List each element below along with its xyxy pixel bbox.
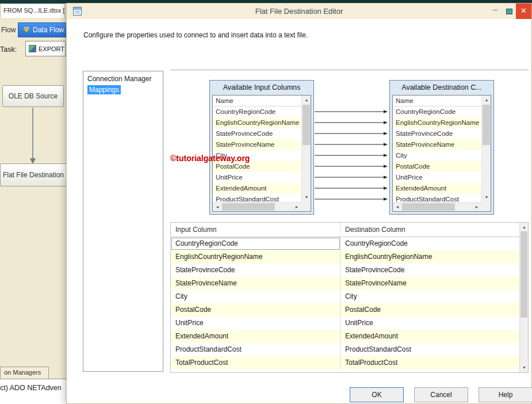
list-item[interactable]: UnitPrice bbox=[393, 172, 481, 183]
scroll-right-icon[interactable]: ► bbox=[472, 203, 481, 212]
available-destination-columns-list: Available Destination C... Name CountryR… bbox=[389, 80, 494, 215]
ole-db-source-component[interactable]: OLE DB Source bbox=[2, 85, 64, 107]
scroll-thumb[interactable] bbox=[222, 203, 275, 211]
scroll-down-icon[interactable]: ▼ bbox=[520, 363, 529, 372]
maximize-button[interactable] bbox=[502, 3, 516, 19]
grid-cell-input[interactable]: PostalCode bbox=[171, 303, 340, 317]
data-flow-task-label: Task: bbox=[0, 45, 17, 54]
dialog-titlebar[interactable]: Flat File Destination Editor ─ ✕ bbox=[67, 3, 531, 19]
list-item[interactable]: ProductStandardCost bbox=[213, 194, 301, 202]
list-item[interactable]: ProductStandardCost bbox=[393, 194, 481, 202]
maximize-icon bbox=[506, 9, 512, 14]
minimize-button[interactable]: ─ bbox=[488, 3, 502, 19]
table-row: EnglishCountryRegionName EnglishCountryR… bbox=[171, 250, 519, 264]
dialog-description: Configure the properties used to connect… bbox=[83, 31, 308, 39]
ok-button[interactable]: OK bbox=[350, 387, 404, 402]
grid-header-destination-column[interactable]: Destination Column bbox=[340, 223, 519, 237]
nav-item-connection-manager[interactable]: Connection Manager bbox=[87, 75, 159, 83]
cancel-button[interactable]: Cancel bbox=[414, 387, 468, 402]
destination-list-title: Available Destination C... bbox=[390, 81, 493, 94]
grid-cell-destination[interactable]: EnglishCountryRegionName bbox=[340, 250, 519, 264]
grid-cell-input[interactable]: TotalProductCost bbox=[171, 356, 340, 369]
data-flow-task-selector[interactable]: EXPORT bbox=[25, 41, 66, 56]
destination-columns-rows: CountryRegionCode EnglishCountryRegionNa… bbox=[393, 106, 481, 202]
nav-item-mappings[interactable]: Mappings bbox=[87, 85, 121, 94]
vertical-scrollbar[interactable]: ▲ ▼ bbox=[301, 96, 311, 202]
list-item[interactable]: EnglishCountryRegionName bbox=[393, 117, 481, 128]
grid-cell-destination[interactable]: ProductStandardCost bbox=[340, 343, 519, 356]
grid-cell-input[interactable]: EnglishCountryRegionName bbox=[171, 250, 340, 264]
list-item[interactable]: City bbox=[393, 150, 481, 161]
vertical-scrollbar[interactable]: ▲ ▼ bbox=[481, 96, 491, 202]
grid-cell-destination[interactable]: CountryRegionCode bbox=[340, 237, 519, 250]
horizontal-scrollbar[interactable]: ◄ ► bbox=[213, 202, 301, 211]
list-item[interactable]: PostalCode bbox=[393, 161, 481, 172]
table-row: UnitPrice UnitPrice bbox=[171, 317, 519, 330]
grid-cell-input[interactable]: UnitPrice bbox=[171, 317, 340, 330]
grid-cell-destination[interactable]: TotalProductCost bbox=[340, 356, 519, 369]
scroll-left-icon[interactable]: ◄ bbox=[393, 203, 402, 212]
tab-control-flow-partial[interactable]: Flow bbox=[1, 26, 16, 34]
grid-cell-input[interactable]: CountryRegionCode bbox=[171, 237, 340, 250]
scroll-left-icon[interactable]: ◄ bbox=[213, 203, 222, 212]
list-item[interactable]: UnitPrice bbox=[213, 172, 301, 183]
available-input-columns-list: Available Input Columns Name CountryRegi… bbox=[209, 80, 314, 215]
grid-cell-destination[interactable]: ExtendedAmount bbox=[340, 330, 519, 343]
table-row: CountryRegionCode CountryRegionCode bbox=[171, 237, 519, 250]
list-item[interactable]: StateProvinceCode bbox=[393, 128, 481, 139]
resize-grip[interactable] bbox=[481, 202, 491, 211]
document-tab[interactable]: FROM SQ...ILE.dtsx [D bbox=[0, 3, 65, 18]
table-row: StateProvinceName StateProvinceName bbox=[171, 277, 519, 290]
scroll-down-icon[interactable]: ▼ bbox=[302, 193, 311, 202]
data-flow-tab-label: Data Flow bbox=[33, 26, 64, 34]
grid-cell-destination[interactable]: City bbox=[340, 290, 519, 303]
grid-cell-destination[interactable]: UnitPrice bbox=[340, 317, 519, 330]
horizontal-scrollbar[interactable]: ◄ ► bbox=[393, 202, 481, 211]
scroll-up-icon[interactable]: ▲ bbox=[302, 96, 311, 105]
scroll-thumb[interactable] bbox=[483, 105, 490, 145]
list-item[interactable]: ExtendedAmount bbox=[213, 183, 301, 194]
close-button[interactable]: ✕ bbox=[516, 3, 531, 19]
window-controls: ─ ✕ bbox=[488, 3, 531, 19]
resize-grip[interactable] bbox=[301, 202, 311, 211]
tab-data-flow[interactable]: Data Flow bbox=[18, 22, 69, 37]
grid-vertical-scrollbar[interactable]: ▲ ▼ bbox=[519, 223, 528, 372]
scroll-up-icon[interactable]: ▲ bbox=[520, 223, 529, 232]
scroll-up-icon[interactable]: ▲ bbox=[482, 96, 491, 105]
table-row: ProductStandardCost ProductStandardCost bbox=[171, 343, 519, 356]
scroll-right-icon[interactable]: ► bbox=[292, 203, 301, 212]
name-column-header[interactable]: Name bbox=[393, 96, 481, 106]
data-flow-path-arrow[interactable] bbox=[28, 108, 37, 165]
grid-cell-input[interactable]: StateProvinceName bbox=[171, 277, 340, 290]
mappings-grid: Input Column Destination Column CountryR… bbox=[170, 222, 529, 373]
scroll-thumb[interactable] bbox=[303, 105, 310, 145]
table-row: StateProvinceCode StateProvinceCode bbox=[171, 264, 519, 277]
list-item[interactable]: StateProvinceName bbox=[213, 139, 301, 150]
dialog-icon bbox=[73, 7, 82, 16]
name-column-header[interactable]: Name bbox=[213, 96, 301, 106]
connection-manager-item[interactable]: ct) ADO NETAdven bbox=[0, 379, 67, 404]
grid-cell-destination[interactable]: StateProvinceName bbox=[340, 277, 519, 290]
grid-cell-destination[interactable]: PostalCode bbox=[340, 303, 519, 317]
grid-cell-input[interactable]: StateProvinceCode bbox=[171, 264, 340, 277]
list-item[interactable]: CountryRegionCode bbox=[393, 106, 481, 117]
list-item[interactable]: StateProvinceCode bbox=[213, 128, 301, 139]
data-flow-icon bbox=[23, 26, 30, 35]
scroll-thumb[interactable] bbox=[520, 231, 527, 318]
grid-cell-input[interactable]: ExtendedAmount bbox=[171, 330, 340, 343]
grid-header-input-column[interactable]: Input Column bbox=[171, 223, 340, 237]
flat-file-destination-component[interactable]: Flat File Destination bbox=[0, 163, 74, 186]
connection-managers-tab[interactable]: on Managers bbox=[0, 367, 49, 379]
destination-list-body: Name CountryRegionCode EnglishCountryReg… bbox=[392, 95, 491, 212]
list-item[interactable]: ExtendedAmount bbox=[393, 183, 481, 194]
scroll-down-icon[interactable]: ▼ bbox=[482, 193, 491, 202]
list-item[interactable]: EnglishCountryRegionName bbox=[213, 117, 301, 128]
grid-cell-input[interactable]: ProductStandardCost bbox=[171, 343, 340, 356]
grid-cell-destination[interactable]: StateProvinceCode bbox=[340, 264, 519, 277]
grid-cell-input[interactable]: City bbox=[171, 290, 340, 303]
scroll-thumb[interactable] bbox=[402, 203, 455, 211]
list-item[interactable]: CountryRegionCode bbox=[213, 106, 301, 117]
list-item[interactable]: StateProvinceName bbox=[393, 139, 481, 150]
help-button[interactable]: Help bbox=[479, 387, 532, 402]
flat-file-destination-editor-dialog: Flat File Destination Editor ─ ✕ Configu… bbox=[66, 3, 532, 404]
